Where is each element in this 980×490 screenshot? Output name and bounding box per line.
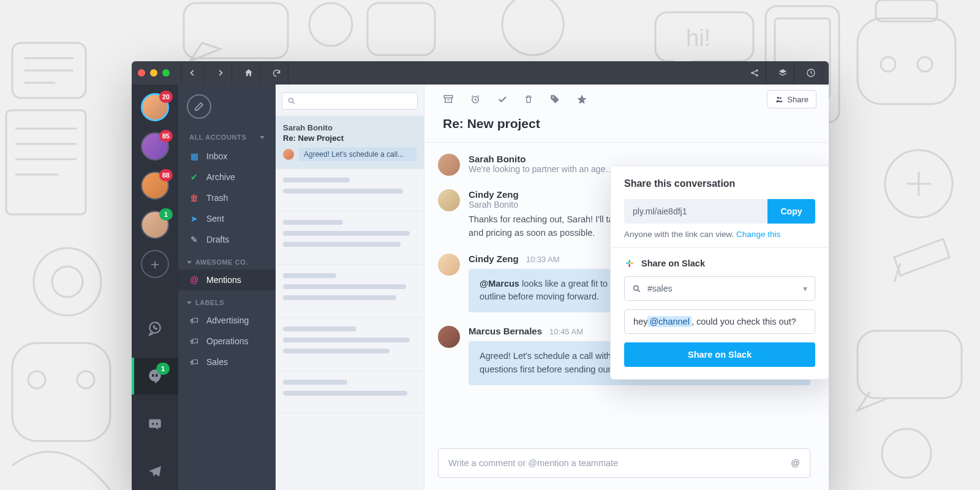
label-operations[interactable]: 🏷Operations bbox=[178, 331, 276, 352]
integration-hangouts[interactable]: 1 bbox=[132, 358, 178, 394]
people-icon bbox=[775, 95, 783, 104]
nav-item-label: Operations bbox=[206, 336, 248, 346]
account-4[interactable]: 1 bbox=[141, 211, 169, 239]
history-icon[interactable] bbox=[799, 61, 823, 85]
archive-icon[interactable] bbox=[443, 94, 454, 105]
svg-rect-39 bbox=[629, 260, 630, 263]
message-author: Marcus Bernales bbox=[469, 326, 542, 336]
close-window-button[interactable] bbox=[138, 69, 145, 77]
message-list: Sarah Bonito Re: New Project Agreed! Let… bbox=[276, 85, 424, 490]
nav-item-label: Inbox bbox=[206, 151, 227, 161]
search-input[interactable] bbox=[282, 92, 418, 110]
trash-icon: 🗑 bbox=[189, 193, 199, 203]
inbox-icon: ▦ bbox=[189, 151, 199, 161]
svg-point-5 bbox=[28, 371, 45, 388]
svg-point-6 bbox=[77, 371, 94, 388]
avatar bbox=[438, 326, 460, 348]
svg-point-18 bbox=[918, 57, 932, 72]
star-icon[interactable] bbox=[576, 94, 587, 105]
thread: Sarah Bonito We're looking to partner wi… bbox=[424, 143, 829, 490]
share-icon[interactable] bbox=[743, 61, 766, 85]
nav-item-label: Sent bbox=[206, 214, 224, 224]
titlebar bbox=[132, 61, 829, 85]
slack-icon bbox=[624, 258, 635, 269]
account-3[interactable]: 88 bbox=[141, 172, 169, 200]
integration-discord[interactable] bbox=[132, 405, 178, 442]
search-icon bbox=[287, 97, 296, 105]
slack-message-input[interactable]: hey @channel, could you check this out? bbox=[624, 309, 815, 334]
list-item-selected[interactable]: Sarah Bonito Re: New Project Agreed! Let… bbox=[276, 116, 424, 169]
search-icon bbox=[632, 284, 641, 293]
nav-item-sent[interactable]: ➤Sent bbox=[178, 208, 276, 229]
slack-channel-select[interactable]: #sales ▾ bbox=[624, 276, 815, 301]
zoom-window-button[interactable] bbox=[162, 69, 170, 77]
svg-rect-4 bbox=[12, 343, 110, 441]
svg-rect-7 bbox=[184, 3, 288, 58]
list-item[interactable] bbox=[276, 265, 424, 318]
comment-input[interactable]: Write a comment or @mention a teammate @ bbox=[438, 448, 810, 478]
svg-point-36 bbox=[780, 97, 782, 99]
add-account-button[interactable]: ＋ bbox=[141, 250, 169, 278]
comment-placeholder: Write a comment or @mention a teammate bbox=[448, 458, 618, 468]
app-window: 20 85 88 1 ＋ 1 ALL ACCOUNTS ▦Inbox ✔Arch… bbox=[132, 61, 829, 490]
accounts-dropdown[interactable]: ALL ACCOUNTS bbox=[178, 127, 276, 146]
list-item-from: Sarah Bonito bbox=[283, 123, 417, 132]
svg-rect-15 bbox=[858, 18, 956, 104]
chevron-down-icon: ▾ bbox=[803, 284, 807, 293]
message-author: Sarah Bonito bbox=[469, 154, 526, 164]
change-permission-link[interactable]: Change this bbox=[736, 230, 780, 239]
list-item[interactable] bbox=[276, 318, 424, 371]
nav-item-label: Drafts bbox=[206, 235, 229, 244]
mention-icon[interactable]: @ bbox=[791, 458, 800, 468]
nav-back-button[interactable] bbox=[181, 61, 204, 85]
compose-row: Write a comment or @mention a teammate @ bbox=[438, 448, 810, 478]
integration-whatsapp[interactable] bbox=[132, 310, 178, 347]
layers-icon[interactable] bbox=[771, 61, 794, 85]
chip-avatar bbox=[283, 149, 294, 160]
nav-item-archive[interactable]: ✔Archive bbox=[178, 167, 276, 187]
label-advertising[interactable]: 🏷Advertising bbox=[178, 310, 276, 331]
section-awesome-co[interactable]: AWESOME CO. bbox=[178, 250, 276, 270]
message-time: 10:33 AM bbox=[526, 255, 560, 264]
nav-item-trash[interactable]: 🗑Trash bbox=[178, 187, 276, 208]
nav-item-mentions[interactable]: @Mentions bbox=[178, 270, 276, 290]
integration-telegram[interactable] bbox=[132, 453, 178, 490]
label-sales[interactable]: 🏷Sales bbox=[178, 352, 276, 372]
list-item[interactable] bbox=[276, 169, 424, 211]
badge: 85 bbox=[159, 130, 173, 142]
svg-rect-37 bbox=[626, 263, 629, 264]
list-item-preview: Agreed! Let's schedule a call... bbox=[299, 148, 417, 161]
list-item-subject: Re: New Project bbox=[283, 134, 417, 143]
chevron-down-icon bbox=[187, 261, 192, 264]
badge: 20 bbox=[159, 91, 173, 103]
minimize-window-button[interactable] bbox=[150, 69, 157, 77]
svg-point-29 bbox=[152, 423, 154, 424]
section-labels[interactable]: LABELS bbox=[178, 290, 276, 310]
nav-item-drafts[interactable]: ✎Drafts bbox=[178, 229, 276, 250]
check-icon: ✔ bbox=[189, 172, 199, 182]
account-1[interactable]: 20 bbox=[141, 93, 169, 121]
nav-item-label: Sales bbox=[206, 357, 228, 367]
list-item[interactable] bbox=[276, 211, 424, 265]
nav-item-inbox[interactable]: ▦Inbox bbox=[178, 146, 276, 167]
tag-icon[interactable] bbox=[549, 94, 560, 105]
account-2[interactable]: 85 bbox=[141, 132, 169, 160]
nav-home-button[interactable] bbox=[237, 61, 260, 85]
svg-point-21 bbox=[882, 429, 931, 478]
share-button[interactable]: Share bbox=[767, 90, 816, 108]
svg-point-3 bbox=[52, 266, 83, 297]
trash-icon[interactable] bbox=[524, 94, 533, 105]
share-on-slack-button[interactable]: Share on Slack bbox=[624, 342, 815, 367]
nav-reload-button[interactable] bbox=[265, 61, 288, 85]
list-item[interactable] bbox=[276, 371, 424, 413]
badge: 1 bbox=[159, 208, 173, 221]
svg-point-34 bbox=[552, 97, 554, 98]
compose-button[interactable] bbox=[187, 94, 211, 119]
nav-forward-button[interactable] bbox=[209, 61, 232, 85]
copy-link-button[interactable]: Copy bbox=[767, 199, 815, 224]
svg-rect-40 bbox=[629, 264, 630, 267]
check-icon[interactable] bbox=[497, 94, 508, 105]
folder-nav: ALL ACCOUNTS ▦Inbox ✔Archive 🗑Trash ➤Sen… bbox=[178, 85, 276, 490]
share-link-field[interactable]: ply.ml/aie8dfj1 bbox=[624, 199, 767, 224]
snooze-icon[interactable] bbox=[470, 94, 481, 105]
